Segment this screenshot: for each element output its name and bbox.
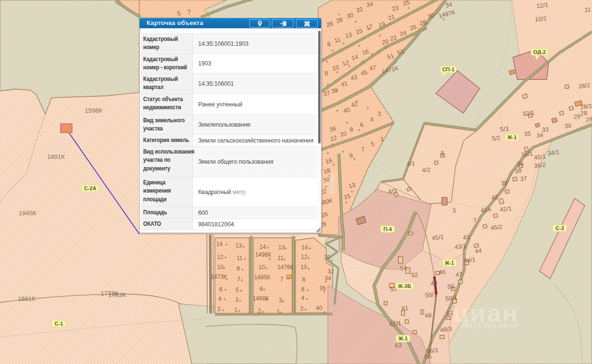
svg-text:1496К: 1496К: [255, 251, 271, 258]
svg-text:50/1: 50/1: [445, 294, 457, 302]
svg-text:1476К: 1476К: [277, 264, 294, 271]
svg-text:Ж-1: Ж-1: [507, 134, 517, 140]
svg-text:11: 11: [278, 255, 284, 261]
svg-text:П-4: П-4: [383, 226, 392, 232]
svg-text:2: 2: [258, 308, 261, 314]
svg-text:14: 14: [301, 244, 308, 251]
svg-text:6: 6: [301, 286, 305, 293]
svg-text:10: 10: [258, 264, 265, 271]
svg-text:1473К: 1473К: [211, 273, 227, 280]
svg-text:С-3: С-3: [555, 225, 564, 231]
svg-text:44: 44: [474, 247, 482, 255]
svg-text:СП-1: СП-1: [442, 66, 455, 72]
svg-text:32: 32: [327, 268, 334, 275]
svg-text:34: 34: [324, 275, 331, 282]
svg-text:34/1: 34/1: [547, 149, 560, 156]
svg-text:32/1: 32/1: [522, 109, 535, 117]
svg-text:36/2: 36/2: [534, 161, 546, 169]
svg-text:63: 63: [394, 342, 402, 349]
svg-text:4/1: 4/1: [406, 160, 416, 168]
svg-text:1: 1: [234, 307, 238, 313]
svg-text:52: 52: [411, 272, 418, 279]
svg-text:14: 14: [216, 241, 223, 247]
svg-text:5/3: 5/3: [500, 126, 509, 133]
svg-text:1881К: 1881К: [18, 295, 36, 302]
svg-text:12/1: 12/1: [536, 1, 549, 9]
svg-text:3: 3: [279, 297, 283, 304]
svg-text:45/2: 45/2: [490, 223, 503, 231]
svg-text:С-2А: С-2А: [84, 185, 96, 191]
svg-text:61/1: 61/1: [389, 320, 402, 327]
svg-text:4: 4: [218, 296, 222, 302]
svg-text:ОД-2: ОД-2: [533, 49, 546, 55]
svg-text:42: 42: [491, 194, 498, 201]
svg-text:10: 10: [217, 264, 224, 271]
svg-text:51: 51: [446, 310, 453, 317]
svg-text:1845К: 1845К: [19, 209, 37, 217]
svg-text:50/1: 50/1: [425, 291, 437, 299]
svg-text:48/3: 48/3: [440, 325, 452, 333]
svg-text:39: 39: [500, 180, 508, 187]
svg-text:13: 13: [278, 244, 285, 251]
svg-text:49: 49: [430, 280, 437, 287]
svg-text:11: 11: [584, 6, 591, 13]
svg-text:28: 28: [580, 110, 587, 117]
svg-text:6: 6: [219, 286, 223, 293]
svg-text:2: 2: [300, 305, 304, 312]
svg-text:54: 54: [400, 265, 407, 272]
svg-text:1783К: 1783К: [108, 291, 126, 299]
svg-text:1596К: 1596К: [85, 107, 103, 114]
svg-text:10: 10: [300, 264, 307, 271]
svg-text:11: 11: [237, 255, 243, 261]
svg-text:50: 50: [447, 283, 454, 290]
svg-text:1: 1: [277, 308, 280, 315]
svg-text:35: 35: [524, 130, 531, 138]
svg-text:8: 8: [302, 276, 306, 283]
svg-text:4: 4: [301, 295, 305, 301]
svg-text:С-1: С-1: [54, 321, 63, 326]
svg-text:9: 9: [237, 265, 240, 272]
svg-text:Ж-3Б: Ж-3Б: [397, 283, 411, 289]
svg-text:3: 3: [235, 297, 239, 303]
svg-text:Ж-1: Ж-1: [398, 336, 408, 341]
svg-text:44/1: 44/1: [463, 256, 476, 264]
svg-text:48: 48: [424, 312, 431, 319]
svg-text:43/1: 43/1: [454, 243, 467, 250]
svg-text:30: 30: [564, 122, 571, 130]
svg-text:5/2: 5/2: [492, 135, 501, 143]
svg-text:28/1: 28/1: [580, 103, 592, 110]
svg-text:7: 7: [280, 276, 283, 283]
svg-text:36/1: 36/1: [521, 150, 533, 158]
svg-text:42/1: 42/1: [499, 205, 512, 213]
svg-text:1485К: 1485К: [254, 274, 270, 281]
svg-text:14: 14: [259, 244, 266, 250]
svg-text:38: 38: [514, 168, 522, 175]
svg-text:7: 7: [237, 276, 241, 283]
svg-text:5: 5: [236, 286, 239, 293]
svg-text:4/3: 4/3: [388, 188, 397, 195]
svg-text:36: 36: [319, 285, 326, 292]
svg-text:2: 2: [217, 306, 221, 312]
svg-text:33: 33: [541, 126, 549, 133]
svg-text:4/2: 4/2: [422, 167, 431, 174]
svg-text:40: 40: [316, 305, 323, 312]
svg-text:28/2: 28/2: [578, 82, 591, 90]
svg-text:56: 56: [424, 353, 431, 361]
svg-text:61: 61: [401, 305, 408, 312]
svg-text:29: 29: [573, 113, 580, 120]
svg-text:12: 12: [301, 254, 308, 260]
svg-text:12: 12: [217, 254, 224, 260]
svg-text:43: 43: [462, 234, 470, 241]
svg-text:10/1: 10/1: [535, 15, 547, 23]
svg-text:42А: 42А: [480, 206, 492, 214]
svg-text:45/1: 45/1: [431, 234, 444, 241]
svg-text:Ж-1: Ж-1: [444, 260, 454, 266]
svg-text:45/1: 45/1: [534, 153, 546, 161]
svg-text:13: 13: [235, 242, 242, 249]
svg-text:6: 6: [260, 286, 263, 292]
svg-text:1891К: 1891К: [47, 153, 65, 160]
svg-text:47: 47: [455, 271, 462, 278]
svg-text:28: 28: [585, 116, 592, 123]
svg-text:46: 46: [438, 269, 445, 276]
svg-text:36: 36: [516, 160, 524, 168]
